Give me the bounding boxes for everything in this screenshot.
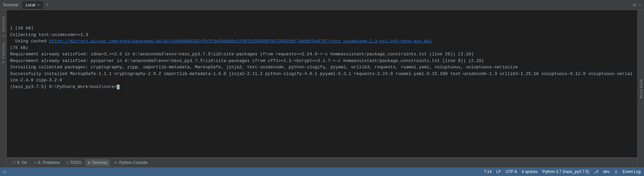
toolbar-git-number: 9:: [17, 160, 20, 165]
terminal-link[interactable]: https://mirrors.aliyun.com/pypi/packages…: [49, 39, 432, 44]
tab-local-label: Local: [26, 3, 35, 7]
tab-bar-right: ⚙ —: [633, 2, 644, 8]
status-square-icon[interactable]: □: [3, 169, 6, 174]
left-side-panel: 2: Structure 2: Favorites: [0, 10, 7, 167]
git-icon: ⎇: [11, 160, 16, 165]
status-bar-left: □: [3, 169, 6, 174]
terminal-line: Using cached https://mirrors.aliyun.com/…: [10, 38, 634, 45]
tab-add-button[interactable]: +: [44, 2, 50, 8]
terminal-cursor: [117, 85, 120, 89]
terminal-line: Collecting text-unidecode>=1.3: [10, 32, 634, 38]
sidebar-item-wordbook[interactable]: Word Book: [638, 76, 644, 101]
status-branch[interactable]: dev: [603, 169, 610, 174]
toolbar-problems-label: Problems: [43, 160, 60, 165]
tab-bar-label: Terminal:: [3, 3, 19, 7]
status-warning-icon: ⚠: [614, 169, 618, 174]
status-bar: □ 7:14 LF UTF-8 4 spaces Python 3.7 (has…: [0, 167, 644, 176]
status-indent[interactable]: 4 spaces: [521, 169, 538, 174]
status-encoding[interactable]: UTF-8: [505, 169, 517, 174]
terminal-line: (hass_py3.7.5) D:\PyCharm_Work\bool\core…: [10, 84, 634, 90]
terminal-icon: ▶: [88, 160, 91, 165]
sidebar-item-favorites[interactable]: 2: Favorites: [1, 40, 6, 66]
terminal-line: (78 kB): [10, 45, 634, 51]
bottom-toolbar: ⎇ 9: Git ⚠ 6: Problems ≡ TODO ▶ Terminal…: [7, 157, 637, 167]
toolbar-terminal-label: Terminal: [92, 160, 107, 165]
toolbar-problems[interactable]: ⚠ 6: Problems: [31, 159, 62, 166]
status-line-ending[interactable]: LF: [496, 169, 501, 174]
todo-icon: ≡: [66, 161, 68, 165]
status-position[interactable]: 7:14: [484, 169, 491, 174]
toolbar-terminal[interactable]: ▶ Terminal: [85, 159, 110, 166]
terminal-line: l (16 kB): [10, 25, 634, 32]
tab-bar: Terminal: Local ✕ + ⚙ —: [0, 0, 644, 10]
right-side-panel: Word Book: [637, 10, 644, 167]
terminal-line: Installing collected packages: cryptogra…: [10, 64, 634, 71]
status-bar-right: 7:14 LF UTF-8 4 spaces Python 3.7 (hass_…: [484, 169, 641, 174]
terminal-line: Requirement already satisfied: idna<3,>=…: [10, 51, 634, 58]
toolbar-git[interactable]: ⎇ 9: Git: [9, 159, 29, 166]
terminal-line: Successfully installed MarkupSafe-1.1.1 …: [10, 71, 634, 84]
python-console-icon: ≫: [114, 160, 118, 165]
settings-icon[interactable]: ⚙: [633, 2, 636, 8]
tab-close-icon[interactable]: ✕: [37, 3, 40, 7]
tab-bar-left: Terminal: Local ✕ +: [3, 1, 50, 9]
toolbar-python-console-label: Python Console: [119, 160, 148, 165]
sidebar-item-structure[interactable]: 2: Structure: [1, 13, 6, 40]
toolbar-todo[interactable]: ≡ TODO: [64, 159, 84, 166]
toolbar-todo-label: TODO: [70, 160, 81, 165]
terminal-output: l (16 kB)Collecting text-unidecode>=1.3 …: [7, 10, 637, 157]
toolbar-problems-number: 6:: [38, 160, 41, 165]
status-branch-icon: ⎇: [594, 169, 599, 174]
problems-icon: ⚠: [33, 160, 37, 165]
toolbar-python-console[interactable]: ≫ Python Console: [111, 159, 150, 166]
toolbar-git-label: Git: [22, 160, 27, 165]
minimize-icon[interactable]: —: [639, 2, 641, 8]
status-event-log[interactable]: Event Log: [623, 169, 641, 174]
tab-local[interactable]: Local ✕: [22, 1, 43, 9]
terminal-line: Requirement already satisfied: pycparser…: [10, 58, 634, 64]
status-python[interactable]: Python 3.7 (hass_py3.7.5): [543, 169, 589, 174]
